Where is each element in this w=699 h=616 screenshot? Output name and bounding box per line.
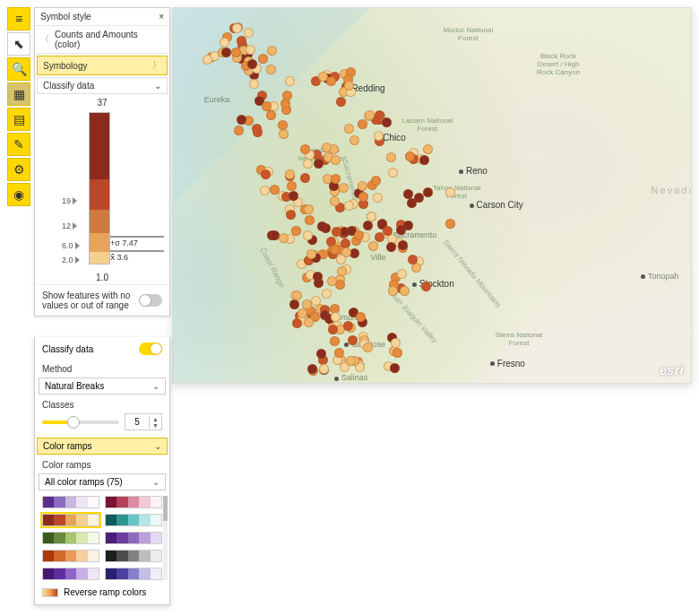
data-point[interactable] [289,299,299,309]
pointer-tool[interactable]: ⬉ [7,32,30,56]
data-point[interactable] [303,159,313,169]
tick-2[interactable]: 2.0 [62,256,80,265]
ramp-swatch[interactable] [105,514,162,526]
data-point[interactable] [278,120,288,130]
symbology-section[interactable]: Symbology 〉 [37,56,168,75]
data-point[interactable] [261,169,271,179]
panel-breadcrumb[interactable]: 〈 Counts and Amounts (color) [35,26,169,54]
ramp-swatch[interactable] [42,514,99,526]
data-point[interactable] [419,155,429,165]
no-values-toggle[interactable] [139,294,162,307]
settings-tool[interactable]: ⚙ [7,158,30,181]
tick-12[interactable]: 12 [62,221,77,230]
ramp-swatch[interactable] [105,568,162,580]
search-tool[interactable]: 🔍 [7,57,30,81]
data-point[interactable] [408,255,418,265]
data-point[interactable] [292,318,302,328]
data-point[interactable] [260,186,270,195]
data-point[interactable] [270,185,280,195]
classify-data-top-section[interactable]: Classify data ⌄ [37,77,168,94]
data-point[interactable] [279,129,289,139]
data-point[interactable] [373,193,383,203]
close-icon[interactable]: × [159,12,164,22]
user-tool[interactable]: ◉ [7,183,30,206]
data-point[interactable] [307,364,317,374]
data-point[interactable] [445,187,455,197]
data-point[interactable] [365,110,375,120]
data-point[interactable] [231,48,241,57]
data-point[interactable] [304,204,314,214]
data-point[interactable] [336,255,346,265]
data-point[interactable] [237,115,246,125]
data-point[interactable] [344,81,354,91]
data-point[interactable] [363,343,373,352]
map-canvas[interactable]: ReddingChicoRenoCarson CitySacramentoVil… [172,7,692,384]
data-point[interactable] [246,45,255,55]
data-point[interactable] [388,168,398,178]
ramp-scrollbar[interactable] [163,496,168,580]
data-point[interactable] [350,135,359,145]
data-point[interactable] [286,210,296,220]
ramps-filter-select[interactable]: All color ramps (75) ⌄ [39,473,166,490]
data-point[interactable] [262,101,272,111]
data-point[interactable] [319,364,329,374]
step-down[interactable]: ▼ [150,422,161,429]
grid-tool[interactable]: ▦ [7,82,30,106]
data-point[interactable] [322,143,332,152]
data-point[interactable] [280,99,290,108]
data-point[interactable] [300,144,310,154]
data-point[interactable] [382,117,392,127]
data-point[interactable] [244,28,254,38]
tick-6[interactable]: 6.0 [62,241,80,250]
classes-slider[interactable] [42,421,119,424]
color-ramps-section[interactable]: Color ramps ⌄ [37,438,168,455]
data-point[interactable] [305,215,315,225]
data-point[interactable] [375,232,384,242]
ramp-swatch[interactable] [105,496,162,508]
data-point[interactable] [258,54,268,64]
back-icon[interactable]: 〈 [40,33,49,46]
layers-tool[interactable]: ▤ [7,108,30,131]
step-up[interactable]: ▲ [150,416,161,422]
data-point[interactable] [445,219,455,229]
data-point[interactable] [306,249,316,259]
class-ramp[interactable] [89,112,110,265]
data-point[interactable] [332,227,341,237]
ramp-swatch[interactable] [42,550,99,562]
data-point[interactable] [358,119,367,129]
menu-button[interactable]: ≡ [7,7,30,30]
data-point[interactable] [423,144,433,154]
data-point[interactable] [317,221,327,231]
reverse-ramp-row[interactable]: Reverse ramp colors [35,584,169,604]
data-point[interactable] [247,59,257,69]
method-select[interactable]: Natural Breaks ⌄ [39,377,166,395]
tick-19[interactable]: 19 [62,196,77,205]
ramp-swatch[interactable] [42,532,99,544]
data-point[interactable] [363,221,373,230]
data-point[interactable] [354,230,364,240]
ramp-swatch[interactable] [105,550,162,562]
ramp-swatch[interactable] [105,532,162,544]
data-point[interactable] [374,131,384,141]
data-point[interactable] [285,169,295,179]
ramp-swatch[interactable] [42,568,99,580]
classify-toggle[interactable] [139,343,162,355]
data-point[interactable] [279,233,289,243]
data-point[interactable] [304,317,314,327]
classes-input[interactable] [125,414,149,429]
data-point[interactable] [348,335,358,345]
wand-tool[interactable]: ✎ [7,133,30,156]
classes-stepper[interactable]: ▲▼ [125,413,162,430]
data-point[interactable] [221,48,231,57]
data-point[interactable] [300,173,310,183]
data-point[interactable] [314,159,324,169]
data-point[interactable] [330,336,340,346]
data-point[interactable] [330,196,340,206]
data-point[interactable] [358,192,368,202]
data-point[interactable] [393,348,402,358]
ramp-swatch[interactable] [42,496,99,508]
data-point[interactable] [266,110,276,120]
data-point[interactable] [367,212,376,221]
data-point[interactable] [234,126,244,135]
data-point[interactable] [285,76,295,86]
